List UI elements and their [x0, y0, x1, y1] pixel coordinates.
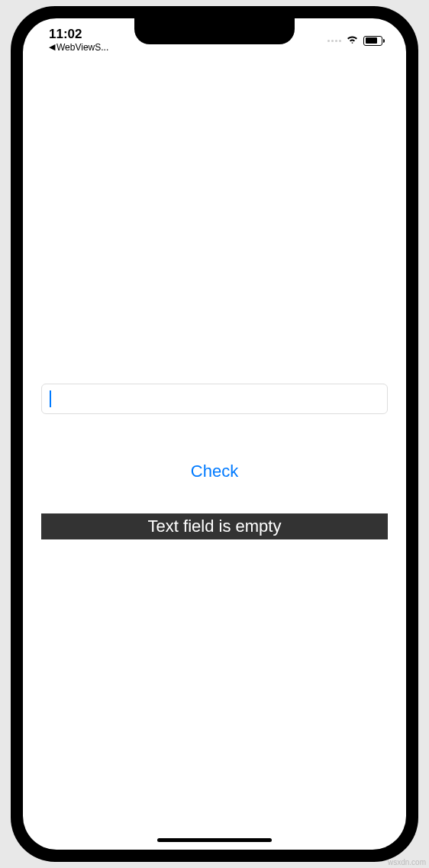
- home-indicator[interactable]: [157, 838, 272, 842]
- text-cursor: [50, 390, 51, 407]
- battery-icon: [363, 36, 385, 46]
- check-button[interactable]: Check: [23, 462, 406, 481]
- notch: [134, 18, 295, 44]
- back-caret-icon: ◀: [49, 42, 55, 52]
- watermark: wsxdn.com: [388, 858, 426, 866]
- wifi-icon: [346, 34, 359, 47]
- status-bar-left: 11:02 ◀ WebViewS...: [38, 18, 108, 53]
- back-to-app-link[interactable]: ◀ WebViewS...: [49, 42, 108, 53]
- result-label: Text field is empty: [41, 513, 388, 539]
- back-app-label: WebViewS...: [56, 42, 108, 53]
- device-frame: 11:02 ◀ WebViewS...: [11, 6, 418, 862]
- status-time: 11:02: [49, 28, 108, 40]
- content-area: Check Text field is empty: [23, 18, 406, 850]
- screen: 11:02 ◀ WebViewS...: [23, 18, 406, 850]
- cellular-dots-icon: [327, 40, 341, 42]
- status-bar-right: [327, 23, 391, 47]
- text-input[interactable]: [41, 384, 388, 414]
